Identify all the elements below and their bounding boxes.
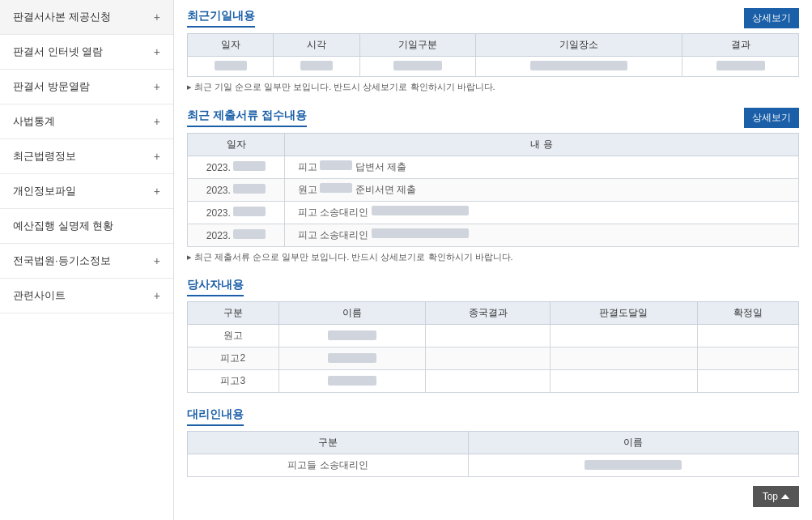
table-row: 2023. 원고 준비서면 제출 xyxy=(188,179,799,202)
table-row: 원고 xyxy=(188,325,799,347)
cell-time xyxy=(274,57,359,77)
cell-name xyxy=(278,370,426,393)
col-time: 시각 xyxy=(274,34,359,57)
recent-deadline-note: 최근 기일 순으로 일부만 보입니다. 반드시 상세보기로 확인하시기 바랍니다… xyxy=(187,81,799,93)
sidebar-item-label-6: 개인정보파일 xyxy=(13,184,76,198)
recent-submission-section: 최근 제출서류 접수내용 상세보기 일자 내 용 2023. 피고 답변서 제출 xyxy=(187,108,799,263)
recent-submission-detail-btn[interactable]: 상세보기 xyxy=(744,108,799,128)
sidebar-item-label-7: 예산집행 실명제 현황 xyxy=(13,219,113,233)
cell-date: 2023. xyxy=(188,202,285,224)
top-btn-container: Top xyxy=(753,486,799,507)
cell-result xyxy=(682,57,799,77)
party-section: 당사자내용 구분 이름 종국결과 판결도달일 확정일 원고 xyxy=(187,278,799,393)
cell-date: 2023. xyxy=(188,224,285,247)
sidebar-item-label-5: 최근법령정보 xyxy=(13,149,76,164)
cell-content: 피고 소송대리인 xyxy=(285,224,799,247)
sidebar-item-label-9: 관련사이트 xyxy=(13,288,66,303)
recent-submission-table: 일자 내 용 2023. 피고 답변서 제출 2023. 원고 준비서면 제출 xyxy=(187,133,799,247)
cell-type: 피고들 소송대리인 xyxy=(188,454,469,477)
sidebar-item-7[interactable]: 예산집행 실명제 현황 xyxy=(0,209,173,244)
col-verdict-date: 판결도달일 xyxy=(550,302,697,325)
cell-confirm xyxy=(697,370,798,393)
cell-type: 원고 xyxy=(188,325,279,347)
sidebar-item-label-1: 판결서사본 제공신청 xyxy=(13,10,111,24)
cell-verdict xyxy=(550,347,697,370)
representative-section: 대리인내용 구분 이름 피고들 소송대리인 xyxy=(187,407,799,477)
sidebar-item-label-4: 사법통계 xyxy=(13,114,55,129)
recent-submission-note: 최근 제출서류 순으로 일부만 보입니다. 반드시 상세보기로 확인하시기 바랍… xyxy=(187,251,799,263)
col-name: 이름 xyxy=(468,432,798,454)
representative-title: 대리인내용 xyxy=(187,407,244,426)
col-type: 기일구분 xyxy=(359,34,476,57)
col-content: 내 용 xyxy=(285,134,799,156)
plus-icon-9: + xyxy=(154,289,160,302)
cell-final xyxy=(426,370,551,393)
plus-icon-5: + xyxy=(154,150,160,163)
col-type: 구분 xyxy=(188,302,279,325)
col-result: 결과 xyxy=(682,34,799,57)
recent-deadline-section: 최근기일내용 상세보기 일자 시각 기일구분 기일장소 결과 xyxy=(187,8,799,93)
col-place: 기일장소 xyxy=(476,34,682,57)
recent-deadline-header: 최근기일내용 상세보기 xyxy=(187,8,799,28)
table-row xyxy=(188,57,799,77)
col-final-result: 종국결과 xyxy=(426,302,551,325)
recent-submission-title: 최근 제출서류 접수내용 xyxy=(187,109,307,127)
representative-header: 대리인내용 xyxy=(187,407,799,426)
sidebar-item-6[interactable]: 개인정보파일 + xyxy=(0,174,173,209)
recent-deadline-detail-btn[interactable]: 상세보기 xyxy=(744,8,799,28)
cell-final xyxy=(426,325,551,347)
table-row: 피고2 xyxy=(188,347,799,370)
sidebar-item-label-8: 전국법원·등기소정보 xyxy=(13,254,111,268)
cell-date: 2023. xyxy=(188,179,285,202)
representative-table: 구분 이름 피고들 소송대리인 xyxy=(187,431,799,477)
top-label: Top xyxy=(763,491,778,502)
sidebar-item-4[interactable]: 사법통계 + xyxy=(0,104,173,139)
cell-name xyxy=(278,347,426,370)
cell-verdict xyxy=(550,370,697,393)
cell-type xyxy=(359,57,476,77)
sidebar-item-1[interactable]: 판결서사본 제공신청 + xyxy=(0,0,173,35)
cell-content: 피고 답변서 제출 xyxy=(285,156,799,179)
plus-icon-3: + xyxy=(154,80,160,93)
sidebar-item-label-2: 판결서 인터넷 열람 xyxy=(13,45,103,59)
col-type: 구분 xyxy=(188,432,469,454)
cell-place xyxy=(476,57,682,77)
cell-content: 원고 준비서면 제출 xyxy=(285,179,799,202)
col-name: 이름 xyxy=(278,302,426,325)
sidebar-item-label-3: 판결서 방문열람 xyxy=(13,79,90,94)
chevron-up-icon xyxy=(781,494,789,499)
sidebar-item-9[interactable]: 관련사이트 + xyxy=(0,279,173,313)
sidebar-item-3[interactable]: 판결서 방문열람 + xyxy=(0,70,173,104)
sidebar-item-2[interactable]: 판결서 인터넷 열람 + xyxy=(0,35,173,70)
party-title: 당사자내용 xyxy=(187,278,244,296)
top-button[interactable]: Top xyxy=(753,486,799,507)
cell-content: 피고 소송대리인 xyxy=(285,202,799,224)
cell-verdict xyxy=(550,325,697,347)
cell-type: 피고2 xyxy=(188,347,279,370)
table-row: 2023. 피고 소송대리인 xyxy=(188,224,799,247)
main-content: 최근기일내용 상세보기 일자 시각 기일구분 기일장소 결과 xyxy=(174,0,812,520)
sidebar-item-8[interactable]: 전국법원·등기소정보 + xyxy=(0,244,173,279)
col-date: 일자 xyxy=(188,134,285,156)
cell-confirm xyxy=(697,347,798,370)
recent-deadline-title: 최근기일내용 xyxy=(187,9,255,28)
table-row: 2023. 피고 답변서 제출 xyxy=(188,156,799,179)
cell-confirm xyxy=(697,325,798,347)
col-confirm-date: 확정일 xyxy=(697,302,798,325)
cell-name xyxy=(278,325,426,347)
cell-final xyxy=(426,347,551,370)
cell-type: 피고3 xyxy=(188,370,279,393)
plus-icon-4: + xyxy=(154,115,160,128)
sidebar-item-5[interactable]: 최근법령정보 + xyxy=(0,139,173,174)
sidebar: 판결서사본 제공신청 + 판결서 인터넷 열람 + 판결서 방문열람 + 사법통… xyxy=(0,0,174,520)
plus-icon-6: + xyxy=(154,185,160,198)
plus-icon-8: + xyxy=(154,254,160,267)
party-header: 당사자내용 xyxy=(187,278,799,296)
recent-deadline-table: 일자 시각 기일구분 기일장소 결과 xyxy=(187,33,799,77)
plus-icon-2: + xyxy=(154,45,160,58)
table-row: 2023. 피고 소송대리인 xyxy=(188,202,799,224)
plus-icon-1: + xyxy=(154,11,160,23)
recent-submission-header: 최근 제출서류 접수내용 상세보기 xyxy=(187,108,799,128)
col-date: 일자 xyxy=(188,34,274,57)
cell-date xyxy=(188,57,274,77)
